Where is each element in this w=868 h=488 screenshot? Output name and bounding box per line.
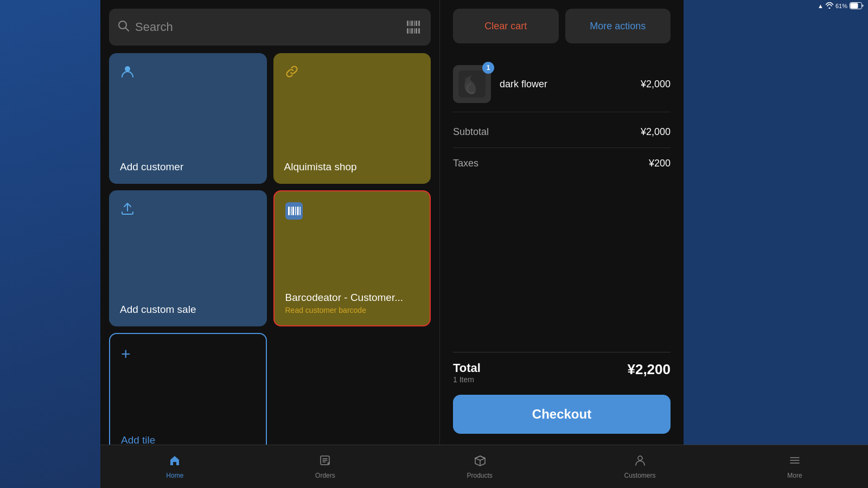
svg-rect-2 (407, 21, 409, 26)
svg-rect-4 (411, 21, 413, 26)
barcodeator-sublabel: Read customer barcode (285, 306, 419, 314)
center-panel: Add customer Alquimista shop (100, 0, 439, 488)
link-icon (284, 64, 420, 83)
svg-point-14 (125, 66, 130, 72)
svg-rect-5 (414, 21, 415, 26)
status-bar: ▲ 61% (803, 0, 868, 12)
checkout-button[interactable]: Checkout (453, 395, 671, 434)
subtotal-row: Subtotal ¥2,000 (453, 117, 671, 148)
svg-rect-12 (416, 28, 417, 34)
tiles-grid: Add customer Alquimista shop (109, 53, 431, 458)
alquimista-shop-label: Alquimista shop (284, 161, 420, 173)
nav-customers[interactable]: Customers (614, 450, 667, 484)
svg-rect-16 (288, 207, 290, 215)
search-input[interactable] (135, 20, 405, 34)
home-icon (169, 454, 181, 470)
grand-total-label-wrap: Total 1 Item (453, 361, 481, 384)
clear-cart-button[interactable]: Clear cart (453, 9, 559, 43)
tile-add-custom-sale[interactable]: Add custom sale (109, 190, 267, 326)
svg-rect-8 (407, 28, 409, 34)
svg-rect-19 (295, 207, 296, 215)
taxes-label: Taxes (453, 158, 478, 169)
cart-item-image-wrap: 1 (453, 65, 491, 103)
taxes-value: ¥200 (649, 158, 671, 169)
svg-rect-9 (410, 28, 411, 34)
barcode-scan-icon[interactable] (405, 18, 422, 36)
plus-icon: + (121, 345, 255, 363)
battery-percentage: 61% (835, 3, 847, 9)
svg-rect-3 (410, 21, 411, 26)
nav-home[interactable]: Home (155, 450, 194, 484)
tile-add-customer[interactable]: Add customer (109, 53, 267, 184)
tile-add-tile[interactable]: + Add tile (109, 333, 267, 458)
svg-rect-7 (418, 21, 420, 26)
nav-home-label: Home (166, 472, 183, 479)
nav-products-label: Products (467, 472, 492, 479)
nav-customers-label: Customers (624, 472, 656, 479)
svg-rect-32 (851, 3, 858, 8)
cart-panel: Clear cart More actions 1 dark flower (439, 0, 684, 488)
orders-icon (319, 454, 331, 470)
barcodeator-label: Barcodeator - Customer... (285, 292, 419, 304)
grand-total-items: 1 Item (453, 375, 481, 384)
upload-icon (120, 201, 256, 220)
add-custom-sale-label: Add custom sale (120, 304, 256, 316)
barcode-app-icon (285, 202, 419, 223)
grand-total-label: Total (453, 361, 481, 375)
svg-point-27 (638, 456, 642, 460)
search-icon (118, 20, 130, 34)
wifi-icon (826, 2, 833, 10)
cart-header: Clear cart More actions (453, 9, 671, 43)
nav-more-label: More (787, 472, 802, 479)
grand-total-row: Total 1 Item ¥2,200 (453, 361, 671, 384)
svg-rect-11 (414, 28, 415, 34)
tile-alquimista-shop[interactable]: Alquimista shop (273, 53, 431, 184)
nav-orders-label: Orders (315, 472, 335, 479)
customers-icon (634, 454, 646, 470)
cart-item-name: dark flower (500, 79, 547, 89)
main-layout: Add customer Alquimista shop (0, 0, 868, 488)
cart-item-price: ¥2,000 (641, 79, 671, 90)
svg-rect-13 (418, 28, 420, 34)
cart-item-badge: 1 (482, 62, 494, 74)
nav-more[interactable]: More (776, 450, 813, 484)
grand-total-section: Total 1 Item ¥2,200 (453, 352, 671, 386)
nav-orders[interactable]: Orders (304, 450, 346, 484)
svg-rect-21 (299, 207, 301, 215)
tile-barcodeator[interactable]: Barcodeator - Customer... Read customer … (273, 190, 431, 326)
add-customer-label: Add customer (120, 161, 256, 173)
signal-icon: ▲ (818, 3, 824, 9)
products-icon (474, 454, 486, 470)
svg-rect-18 (292, 207, 294, 215)
svg-rect-6 (416, 21, 417, 26)
person-icon (120, 64, 256, 83)
cart-totals: Subtotal ¥2,000 Taxes ¥200 (453, 117, 671, 230)
svg-line-1 (126, 28, 129, 31)
cart-item-details: dark flower (500, 79, 632, 90)
taxes-row: Taxes ¥200 (453, 148, 671, 179)
nav-products[interactable]: Products (456, 450, 503, 484)
more-icon (789, 454, 801, 470)
battery-icon (850, 2, 864, 10)
svg-rect-10 (411, 28, 413, 34)
svg-rect-17 (291, 207, 292, 215)
cart-item[interactable]: 1 dark flower ¥2,000 (453, 56, 671, 112)
subtotal-value: ¥2,000 (641, 126, 671, 138)
left-sidebar (0, 0, 100, 488)
search-bar[interactable] (109, 9, 431, 46)
svg-rect-20 (297, 207, 298, 215)
grand-total-value: ¥2,200 (627, 361, 671, 378)
bottom-nav: Home Orders Products (100, 445, 868, 488)
more-actions-button[interactable]: More actions (565, 9, 671, 43)
subtotal-label: Subtotal (453, 126, 489, 138)
